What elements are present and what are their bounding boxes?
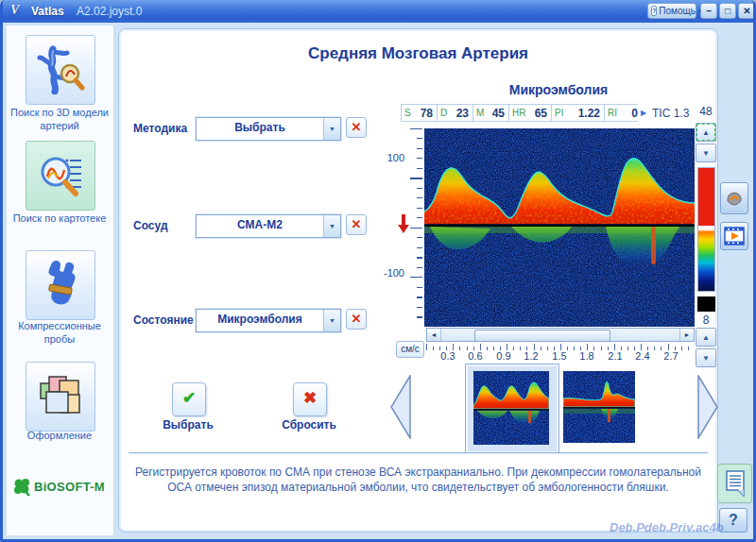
minimize-button[interactable]: – (700, 3, 717, 19)
doppler-spectrogram (424, 128, 695, 327)
sidebar: Поиск по 3D модели артерий Поиск по карт… (7, 25, 114, 535)
gain-down-button[interactable]: ▼ (696, 144, 716, 162)
stat-value: 23 (447, 107, 472, 120)
thumbnail-spectrogram-1[interactable] (473, 371, 549, 445)
stat-cell: RI 0 (604, 104, 638, 122)
scale-up-button[interactable]: ▲ (696, 328, 716, 347)
reset-button-label: Сбросить (268, 418, 350, 432)
method-dropdown[interactable]: Выбрать ▼ (196, 117, 341, 141)
select-button-label: Выбрать (147, 418, 229, 432)
previous-record-arrow[interactable] (389, 375, 412, 439)
unit-button[interactable]: см/с (396, 341, 424, 358)
stat-label: S (402, 108, 411, 118)
field-label-state: Состояние (133, 313, 194, 327)
window-version: A2.02.joyst.0 (77, 5, 142, 18)
x-tick-label: 1.8 (579, 350, 593, 362)
state-dropdown-value: Микроэмболия (197, 310, 323, 331)
x-tick-label: 2.1 (608, 350, 622, 362)
color-scale-bar (697, 167, 715, 292)
next-record-arrow[interactable] (696, 375, 719, 439)
stat-cell: S 78 (401, 104, 437, 122)
title-bar: V Vatlas A2.02.joyst.0 ? Помощь ▼ – □ ✕ (3, 0, 753, 23)
vessel-dropdown-value: СМА-М2 (197, 215, 323, 237)
vessel-clear-button[interactable]: ✕ (346, 214, 367, 235)
watermark: Deb.Pdeb.Priv.ac4b (610, 520, 724, 534)
clover-icon (12, 477, 31, 496)
gain-bottom-value: 8 (694, 313, 718, 327)
field-label-vessel: Сосуд (133, 219, 168, 232)
state-dropdown[interactable]: Микроэмболия ▼ (196, 309, 341, 332)
scrollbar-thumb[interactable] (474, 330, 610, 342)
help-menu-label: Помощь (659, 6, 696, 16)
chart-title: Микроэмболия (403, 82, 714, 97)
chevron-down-icon[interactable]: ▼ (323, 118, 340, 140)
x-tick-label: 2.7 (663, 350, 678, 362)
x-tick-label: 1.2 (524, 350, 538, 362)
sidebar-item-appearance[interactable] (26, 362, 95, 432)
scale-down-button[interactable]: ▼ (696, 348, 716, 367)
stat-label: M (473, 108, 484, 118)
probe-button[interactable] (720, 182, 748, 214)
x-tick-label: 0.6 (468, 350, 482, 362)
case-description: Регистрируется кровоток по СМА при стено… (130, 466, 706, 495)
help-menu-button[interactable]: ? Помощь ▼ (647, 3, 696, 19)
close-button[interactable]: ✕ (738, 3, 756, 19)
thumbnail-spectrogram-2[interactable] (563, 371, 635, 443)
state-clear-button[interactable]: ✕ (346, 309, 367, 330)
sidebar-item-card-search[interactable] (26, 141, 95, 211)
notes-button[interactable] (717, 464, 752, 503)
vessel-dropdown[interactable]: СМА-М2 ▼ (196, 214, 341, 238)
gain-up-button[interactable]: ▲ (696, 123, 716, 142)
method-dropdown-value: Выбрать (197, 118, 323, 140)
stat-cell: PI 1.22 (551, 104, 604, 122)
y-tick-label: 100 (376, 152, 404, 163)
app-logo-icon: V (10, 3, 26, 18)
x-tick-label: 1.5 (552, 350, 566, 362)
x-tick-label: 0.9 (496, 350, 510, 362)
scroll-left-icon[interactable]: ◄ (427, 329, 441, 341)
x-tick-label: 0.3 (440, 350, 455, 362)
field-label-method: Методика (133, 122, 187, 135)
scroll-right-icon[interactable]: ► (679, 329, 694, 341)
chevron-down-icon[interactable]: ▼ (323, 310, 340, 331)
x-axis-ticks (426, 344, 695, 350)
stat-label: PI (552, 108, 563, 118)
help-bubble-icon: ? (651, 6, 657, 16)
stat-label: RI (605, 108, 617, 118)
stat-cell: HR 65 (508, 104, 551, 122)
stat-label: D (438, 108, 447, 118)
select-button[interactable]: ✔ (172, 382, 206, 416)
x-axis-labels: 0.3 0.6 0.9 1.2 1.5 1.8 2.1 2.4 2.7 (426, 350, 695, 364)
doppler-stats-bar: S 78 D 23 M 45 HR 65 PI 1.22 RI 0 (401, 104, 638, 124)
time-scrollbar[interactable]: ◄ ► (426, 328, 695, 342)
window-title: Vatlas (31, 5, 64, 18)
sidebar-item-label[interactable]: Поиск по картотеке (10, 212, 109, 226)
main-panel: Средняя Мозговая Артерия Микроэмболия Ме… (118, 28, 718, 533)
ultrasound-probe-icon (724, 188, 745, 209)
sidebar-item-compression-tests[interactable] (26, 250, 95, 320)
film-play-icon (724, 227, 745, 246)
stat-value: 1.22 (563, 107, 604, 120)
sidebar-item-3d-artery-search[interactable] (26, 35, 95, 105)
maximize-button[interactable]: □ (719, 3, 736, 19)
reset-button[interactable]: ✖ (293, 382, 327, 416)
application-window: V Vatlas A2.02.joyst.0 ? Помощь ▼ – □ ✕ … (0, 0, 756, 542)
baseline-marker-arrow-icon (397, 214, 410, 235)
sidebar-item-label[interactable]: Компрессионные пробы (10, 320, 109, 347)
color-scale-min-swatch (697, 296, 715, 312)
page-title: Средняя Мозговая Артерия (119, 44, 717, 63)
tic-label: TIC 1.3 (652, 107, 689, 120)
biosoft-logo-text: BiOSOFT-M (34, 480, 105, 494)
y-tick-label: -100 (376, 267, 404, 279)
sidebar-item-label[interactable]: Оформление (10, 430, 109, 443)
play-clip-button[interactable] (720, 222, 748, 250)
chevron-down-icon[interactable]: ▼ (323, 215, 340, 237)
stat-value: 78 (411, 107, 437, 120)
method-clear-button[interactable]: ✕ (346, 117, 367, 138)
stats-expand-icon[interactable]: ▶ (641, 109, 646, 117)
stat-value: 45 (484, 107, 508, 120)
stat-cell: D 23 (437, 104, 472, 122)
gain-top-value: 48 (694, 105, 718, 118)
x-tick-label: 2.4 (635, 350, 649, 362)
sidebar-item-label[interactable]: Поиск по 3D модели артерий (10, 107, 109, 133)
